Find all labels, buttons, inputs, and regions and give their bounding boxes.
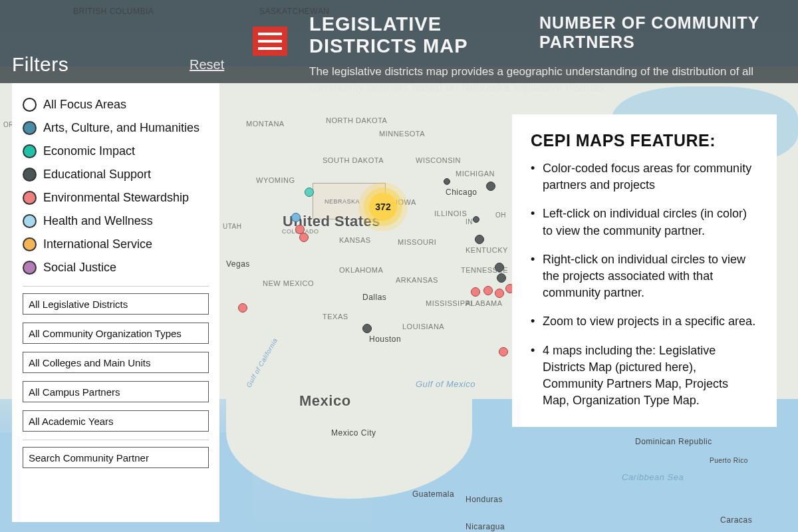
filters-sidebar: All Focus AreasArts, Culture, and Humani… [12, 83, 219, 522]
map-pin[interactable] [444, 178, 450, 185]
map-pin[interactable] [475, 235, 484, 244]
focus-label: Economic Impact [43, 144, 135, 158]
map-pin[interactable] [305, 188, 314, 197]
focus-area-item[interactable]: All Focus Areas [23, 93, 209, 116]
focus-swatch [23, 98, 37, 112]
focus-swatch [23, 237, 37, 251]
focus-area-item[interactable]: Educational Support [23, 163, 209, 186]
dropdown-label: All Campus Partners [29, 386, 120, 398]
dropdown-label: All Academic Years [29, 416, 114, 427]
focus-label: Arts, Culture, and Humanities [43, 121, 200, 135]
map-pin[interactable] [483, 286, 493, 295]
focus-label: Social Justice [43, 261, 116, 275]
focus-label: Environmental Stewardship [43, 191, 189, 205]
reset-link[interactable]: Reset [190, 57, 224, 72]
focus-area-item[interactable]: Health and Wellness [23, 209, 209, 233]
focus-area-item[interactable]: Economic Impact [23, 140, 209, 163]
info-bullet: Right-click on individual circles to vie… [531, 251, 758, 302]
map-pin[interactable] [497, 273, 506, 283]
dropdown-label: All Community Organization Types [29, 328, 182, 339]
info-bullet: Left-click on individual circles (in col… [531, 205, 758, 239]
page-subtitle: NUMBER OF COMMUNITY PARTNERS [539, 13, 788, 52]
focus-label: Health and Wellness [43, 214, 153, 228]
focus-swatch [23, 214, 37, 228]
info-bullet: Zoom to view projects in a specific area… [531, 313, 758, 330]
filter-dropdown[interactable]: All Colleges and Main Units [23, 352, 209, 373]
header-bar: LEGISLATIVE DISTRICTS MAP NUMBER OF COMM… [0, 0, 798, 83]
focus-swatch [23, 121, 37, 135]
focus-label: Educational Support [43, 168, 151, 182]
map-pin[interactable] [499, 347, 508, 356]
filter-dropdown[interactable]: All Community Organization Types [23, 323, 209, 344]
search-community-partner[interactable]: Search Community Partner [23, 447, 209, 468]
map-pin[interactable] [362, 324, 372, 333]
info-bullet: 4 maps including the: Legislative Distri… [531, 342, 758, 410]
dropdown-label: All Legislative Districts [29, 299, 128, 310]
map-pin[interactable] [238, 303, 247, 313]
divider [23, 286, 209, 287]
map-pin[interactable] [299, 233, 309, 242]
filter-dropdown[interactable]: All Campus Partners [23, 381, 209, 402]
page-description: The legislative districts map provides a… [309, 64, 775, 96]
cluster-marker[interactable]: 372 [369, 193, 397, 221]
focus-area-item[interactable]: Social Justice [23, 256, 209, 279]
info-panel: CEPI MAPS FEATURE: Color-coded focus are… [512, 114, 777, 427]
focus-label: All Focus Areas [43, 98, 126, 112]
info-title: CEPI MAPS FEATURE: [531, 131, 758, 150]
focus-area-item[interactable]: Arts, Culture, and Humanities [23, 116, 209, 140]
divider [23, 440, 209, 440]
info-bullet: Color-coded focus areas for community pa… [531, 160, 758, 194]
map-pin[interactable] [495, 289, 504, 298]
filter-dropdown[interactable]: All Legislative Districts [23, 293, 209, 315]
map-pin[interactable] [473, 216, 479, 223]
focus-swatch [23, 144, 37, 158]
focus-area-item[interactable]: International Service [23, 233, 209, 256]
focus-swatch [23, 168, 37, 182]
focus-label: International Service [43, 237, 152, 251]
map-pin[interactable] [291, 213, 301, 222]
map-pin[interactable] [486, 182, 495, 191]
focus-area-item[interactable]: Environmental Stewardship [23, 186, 209, 209]
menu-icon[interactable] [253, 27, 287, 56]
map-pin[interactable] [495, 263, 504, 272]
focus-swatch [23, 191, 37, 205]
map-pin[interactable] [471, 287, 480, 297]
filter-dropdown[interactable]: All Academic Years [23, 410, 209, 432]
page-title: LEGISLATIVE DISTRICTS MAP [309, 13, 539, 57]
focus-swatch [23, 261, 37, 275]
filters-heading: Filters [12, 53, 68, 76]
dropdown-label: All Colleges and Main Units [29, 357, 150, 368]
